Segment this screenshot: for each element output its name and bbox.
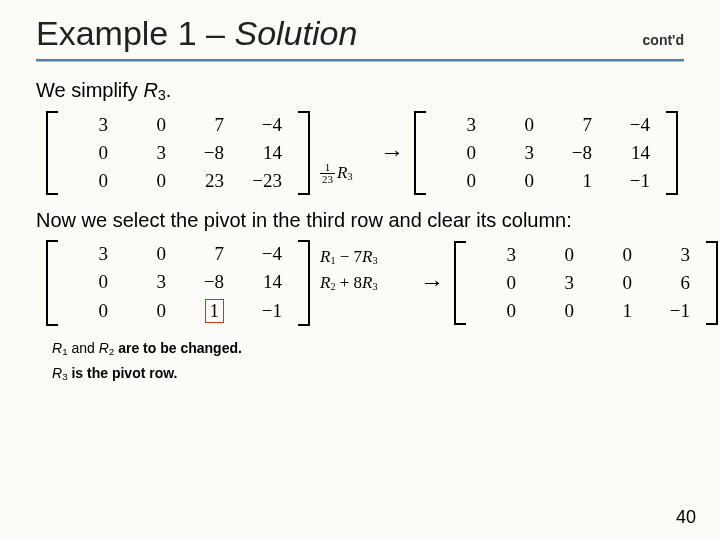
cell: 0 (488, 111, 546, 139)
matrix-table: 307−4 03−814 001−1 (430, 111, 662, 195)
pivot-box: 1 (205, 299, 225, 323)
matrix-2-left: 307−4 03−814 001−1 (46, 240, 310, 326)
op-label: 1 23 R3 (320, 162, 352, 188)
slide-title: Example 1 – Solution (36, 14, 357, 53)
bracket-icon (706, 241, 718, 325)
cell: 0 (430, 139, 488, 167)
cell: 0 (62, 268, 120, 296)
cell: −4 (604, 111, 662, 139)
paragraph-2: Now we select the pivot in the third row… (36, 209, 684, 232)
cell: −1 (604, 167, 662, 195)
title-italic: Solution (234, 14, 357, 52)
p1-sub: 3 (158, 87, 166, 103)
cell: 23 (178, 167, 236, 195)
cell: 0 (120, 111, 178, 139)
row-op-1: 1 23 R3 (320, 118, 370, 188)
title-prefix: Example 1 – (36, 14, 234, 52)
fraction: 1 23 (320, 162, 335, 185)
cell: 7 (178, 111, 236, 139)
op-row: R1 − 7R3 (320, 246, 410, 272)
cell: 0 (528, 297, 586, 325)
cell: 14 (236, 139, 294, 167)
bracket-icon (666, 111, 678, 195)
cell: 3 (62, 111, 120, 139)
cell: −1 (644, 297, 702, 325)
cell: 0 (120, 240, 178, 268)
cell: −23 (236, 167, 294, 195)
cell: 0 (62, 296, 120, 326)
paragraph-1: We simplify R3. (36, 79, 684, 103)
cell: 1 (546, 167, 604, 195)
cell: 0 (586, 241, 644, 269)
cell: 0 (470, 269, 528, 297)
cell: 1 (178, 296, 236, 326)
cell: 1 (586, 297, 644, 325)
matrix-step-2: 307−4 03−814 001−1 R1 − 7R3 R2 + 8R3 → 3… (46, 240, 684, 326)
cell: 7 (178, 240, 236, 268)
cell: 3 (528, 269, 586, 297)
cell: 0 (120, 296, 178, 326)
cell: 14 (236, 268, 294, 296)
frac-den: 23 (320, 174, 335, 185)
cell: 0 (470, 297, 528, 325)
matrix-2-right: 3003 0306 001−1 (454, 241, 718, 325)
slide-body: We simplify R3. 307−4 03−814 0023−23 1 2… (0, 61, 720, 382)
matrix-table: 3003 0306 001−1 (470, 241, 702, 325)
cell: 0 (586, 269, 644, 297)
p1-text: We simplify (36, 79, 143, 101)
cell: 6 (644, 269, 702, 297)
slide-number: 40 (676, 507, 696, 528)
cell: −4 (236, 111, 294, 139)
p1-R: R (143, 79, 157, 101)
cell: −4 (236, 240, 294, 268)
cell: 3 (470, 241, 528, 269)
bracket-icon (298, 240, 310, 326)
cell: −8 (178, 139, 236, 167)
cell: −8 (546, 139, 604, 167)
arrow-icon: → (380, 139, 404, 166)
cell: 3 (644, 241, 702, 269)
bracket-icon (298, 111, 310, 195)
bracket-icon (46, 240, 58, 326)
matrix-table: 307−4 03−814 001−1 (62, 240, 294, 326)
row-op-2: R1 − 7R3 R2 + 8R3 (320, 246, 410, 320)
cell: 0 (120, 167, 178, 195)
cell: 3 (430, 111, 488, 139)
cell: 0 (430, 167, 488, 195)
matrix-1-left: 307−4 03−814 0023−23 (46, 111, 310, 195)
cell: 14 (604, 139, 662, 167)
cell: 0 (62, 167, 120, 195)
cell: 3 (488, 139, 546, 167)
note-1: R1 and R2 are to be changed. (52, 340, 684, 357)
bracket-icon (414, 111, 426, 195)
title-row: Example 1 – Solution cont'd (0, 0, 720, 55)
cell: 0 (528, 241, 586, 269)
cell: 0 (62, 139, 120, 167)
matrix-1-right: 307−4 03−814 001−1 (414, 111, 678, 195)
cell: 0 (488, 167, 546, 195)
op-row: R2 + 8R3 (320, 272, 410, 298)
cell: −8 (178, 268, 236, 296)
op-sub: 3 (347, 171, 352, 182)
note-2: R3 is the pivot row. (52, 365, 684, 382)
cell: 3 (62, 240, 120, 268)
bracket-icon (454, 241, 466, 325)
p1-dot: . (166, 79, 172, 101)
cell: 3 (120, 268, 178, 296)
notes: R1 and R2 are to be changed. R3 is the p… (36, 340, 684, 382)
slide: Example 1 – Solution cont'd We simplify … (0, 0, 720, 540)
matrix-table: 307−4 03−814 0023−23 (62, 111, 294, 195)
cell: 7 (546, 111, 604, 139)
cell: 3 (120, 139, 178, 167)
matrix-step-1: 307−4 03−814 0023−23 1 23 R3 → (46, 111, 684, 195)
bracket-icon (46, 111, 58, 195)
cell: −1 (236, 296, 294, 326)
op-R: R (337, 163, 347, 182)
contd-label: cont'd (643, 32, 684, 48)
arrow-icon: → (420, 269, 444, 296)
